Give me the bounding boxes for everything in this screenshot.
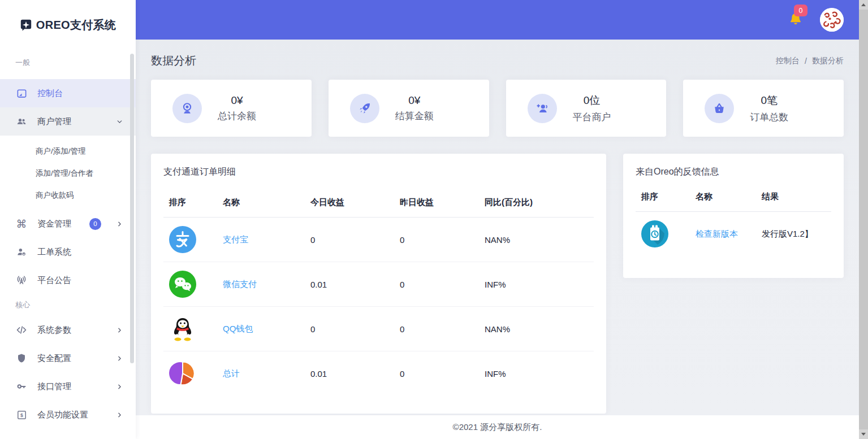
breadcrumb-dashboard[interactable]: 控制台	[776, 56, 800, 66]
sidebar-menu: 一般 控制台 商户管理 商户/添加/管理 添加/管理/合作者 商户收款	[0, 42, 136, 429]
sidebar-item-merchants[interactable]: 商户管理	[0, 107, 136, 136]
sidebar-item-dashboard[interactable]: 控制台	[0, 79, 136, 107]
alipay-icon	[169, 226, 196, 253]
sidebar-item-label: 安全配置	[37, 353, 106, 364]
page-scrollbar[interactable]	[859, 0, 868, 439]
sidebar-item-label: 工单系统	[37, 247, 123, 258]
add-users-icon	[528, 94, 557, 123]
ratio-value: INF%	[479, 262, 594, 307]
sidebar-item-label: 资金管理	[37, 219, 80, 229]
sidebar-scrollbar[interactable]	[130, 54, 134, 363]
version-icon	[641, 220, 668, 247]
sidebar-item-label: 会员功能设置	[37, 410, 106, 420]
monitor-icon	[15, 88, 28, 99]
sidebar-subitem-merchant-manage[interactable]: 商户/添加/管理	[0, 140, 136, 162]
sidebar-item-label: 接口管理	[37, 381, 106, 392]
broadcast-icon	[15, 275, 28, 286]
scroll-down-button[interactable]	[859, 429, 868, 439]
column-header: 今日收益	[305, 197, 394, 218]
stat-value: 0¥	[408, 94, 420, 107]
table-row: 微信支付 0.01 0 INF%	[163, 262, 594, 307]
pie-chart-icon	[169, 360, 196, 387]
menu-section-core: 核心	[0, 299, 136, 316]
column-header: 排序	[163, 197, 217, 218]
qq-icon	[169, 315, 196, 342]
topbar: 0	[136, 0, 859, 40]
table-row: 检查新版本 发行版V1.2】	[636, 212, 831, 257]
stat-label: 总计余额	[218, 110, 256, 123]
scroll-up-icon	[861, 3, 866, 6]
stat-card-orders: 0笔 订单总数	[683, 80, 844, 137]
sidebar-item-member-settings[interactable]: $ 会员功能设置	[0, 401, 136, 429]
table-row: 总计 0.01 0 INF%	[163, 351, 594, 396]
today-value: 0	[305, 307, 394, 351]
today-value: 0.01	[305, 262, 394, 307]
main-area: 0 数据分析 控制台 / 数据分析	[136, 0, 859, 439]
copyright-text: ©2021 源分享版权所有.	[453, 422, 542, 433]
stat-label: 订单总数	[750, 111, 788, 124]
wechat-icon	[169, 271, 196, 298]
table-row: QQ钱包 0 0 NAN%	[163, 307, 594, 351]
stat-card-total-balance: 0¥ 总计余额	[151, 80, 312, 137]
sidebar-item-announcements[interactable]: 平台公告	[0, 266, 136, 294]
feedback-link-check-version[interactable]: 检查新版本	[696, 229, 738, 238]
sidebar-item-label: 商户管理	[37, 116, 106, 127]
basket-icon	[705, 94, 734, 123]
yesterday-value: 0	[394, 351, 479, 396]
menu-section-general: 一般	[0, 56, 136, 73]
channel-link-wechat[interactable]: 微信支付	[223, 279, 257, 289]
avatar-image	[820, 8, 844, 32]
channels-table: 排序 名称 今日收益 昨日收益 同比(百分比) 支付宝 0	[163, 197, 594, 395]
ratio-value: NAN%	[479, 218, 594, 262]
stat-label: 结算金额	[395, 110, 434, 123]
today-value: 0	[305, 218, 394, 262]
chevron-right-icon	[116, 383, 123, 390]
sidebar-subitem-partner-manage[interactable]: 添加/管理/合作者	[0, 162, 136, 184]
page-head: 数据分析 控制台 / 数据分析	[151, 53, 844, 68]
scroll-down-icon	[861, 433, 866, 436]
feedback-panel: 来自Oreo的反馈信息 排序 名称 结果	[623, 154, 844, 278]
sidebar-item-funds[interactable]: ⌘ 资金管理 0	[0, 210, 136, 238]
sidebar-item-tickets[interactable]: 工单系统	[0, 238, 136, 266]
brand[interactable]: OREO支付系统	[0, 0, 136, 42]
panels: 支付通道订单明细 排序 名称 今日收益 昨日收益 同比(百分比)	[151, 154, 844, 414]
notification-badge: 0	[794, 5, 807, 16]
yesterday-value: 0	[394, 262, 479, 307]
notifications-button[interactable]: 0	[788, 11, 805, 28]
breadcrumb-current: 数据分析	[812, 56, 844, 66]
chevron-down-icon	[116, 118, 123, 125]
chevron-right-icon	[116, 355, 123, 362]
webcam-icon	[172, 94, 202, 123]
app-window: OREO支付系统 一般 控制台 商户管理 商户/添加/管理	[0, 0, 868, 439]
channel-link-alipay[interactable]: 支付宝	[223, 234, 248, 244]
feedback-table: 排序 名称 结果 检查新版本 发行版V1.2】	[636, 192, 831, 256]
today-value: 0.01	[305, 351, 394, 396]
column-header: 名称	[217, 197, 305, 218]
code-icon	[15, 324, 28, 336]
sidebar-item-security[interactable]: 安全配置	[0, 344, 136, 372]
sidebar-item-api[interactable]: 接口管理	[0, 372, 136, 401]
sidebar-item-system-params[interactable]: 系统参数	[0, 316, 136, 344]
breadcrumb-separator: /	[805, 56, 807, 66]
funds-badge: 0	[89, 218, 101, 230]
scroll-up-button[interactable]	[859, 0, 868, 10]
stat-cards: 0¥ 总计余额 0¥ 结算金额	[151, 80, 844, 137]
channel-link-total[interactable]: 总计	[223, 368, 240, 378]
sidebar: OREO支付系统 一般 控制台 商户管理 商户/添加/管理	[0, 0, 136, 439]
ratio-value: NAN%	[479, 307, 594, 351]
feedback-result: 发行版V1.2】	[756, 212, 831, 257]
column-header: 结果	[756, 192, 831, 212]
content: 数据分析 控制台 / 数据分析 0¥ 总计余额	[136, 40, 859, 415]
column-header: 排序	[636, 192, 690, 212]
channel-link-qq[interactable]: QQ钱包	[223, 324, 253, 333]
table-row: 支付宝 0 0 NAN%	[163, 218, 594, 262]
shield-icon	[15, 353, 28, 363]
footer: ©2021 源分享版权所有.	[136, 415, 859, 439]
column-header: 同比(百分比)	[479, 197, 594, 218]
chevron-right-icon	[116, 220, 123, 228]
page-title: 数据分析	[151, 53, 196, 68]
column-header: 昨日收益	[394, 197, 479, 218]
sidebar-subitem-merchant-qrcode[interactable]: 商户收款码	[0, 184, 136, 206]
key-icon	[15, 381, 28, 392]
avatar[interactable]	[820, 8, 844, 32]
